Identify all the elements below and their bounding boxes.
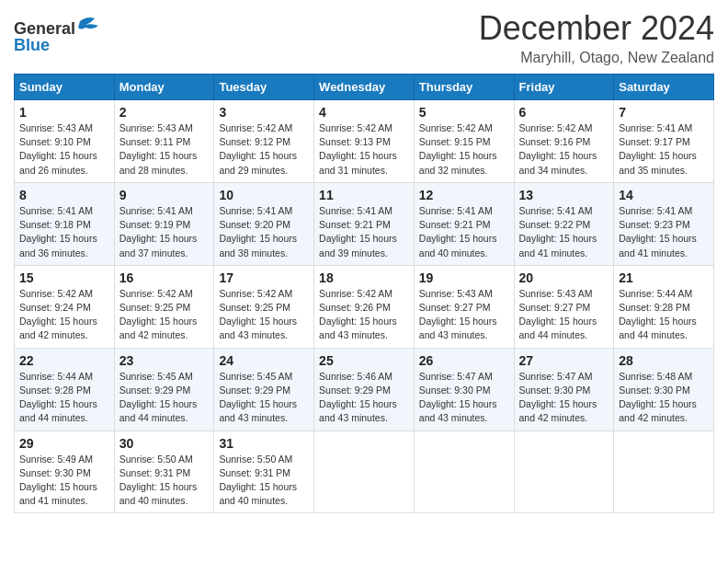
table-row: [514, 431, 614, 513]
table-row: 19Sunrise: 5:43 AMSunset: 9:27 PMDayligh…: [414, 265, 514, 348]
table-row: 23Sunrise: 5:45 AMSunset: 9:29 PMDayligh…: [114, 348, 214, 431]
col-tuesday: Tuesday: [214, 75, 314, 100]
month-title: December 2024: [479, 9, 714, 48]
table-row: 24Sunrise: 5:45 AMSunset: 9:29 PMDayligh…: [214, 348, 314, 431]
table-row: 15Sunrise: 5:42 AMSunset: 9:24 PMDayligh…: [15, 265, 115, 348]
table-row: 18Sunrise: 5:42 AMSunset: 9:26 PMDayligh…: [314, 265, 415, 348]
svg-text:General: General: [14, 19, 75, 38]
table-row: 7Sunrise: 5:41 AMSunset: 9:17 PMDaylight…: [614, 100, 714, 183]
location: Maryhill, Otago, New Zealand: [479, 50, 714, 66]
page-header: General Blue December 2024 Maryhill, Ota…: [14, 9, 714, 66]
table-row: 27Sunrise: 5:47 AMSunset: 9:30 PMDayligh…: [514, 348, 614, 431]
col-wednesday: Wednesday: [314, 75, 415, 100]
table-row: 1Sunrise: 5:43 AMSunset: 9:10 PMDaylight…: [15, 100, 115, 183]
calendar-table: Sunday Monday Tuesday Wednesday Thursday…: [14, 74, 714, 513]
table-row: [414, 431, 514, 513]
calendar-header-row: Sunday Monday Tuesday Wednesday Thursday…: [15, 75, 714, 100]
logo-svg: General Blue: [14, 14, 106, 60]
table-row: 11Sunrise: 5:41 AMSunset: 9:21 PMDayligh…: [314, 182, 415, 265]
table-row: 6Sunrise: 5:42 AMSunset: 9:16 PMDaylight…: [514, 100, 614, 183]
table-row: 17Sunrise: 5:42 AMSunset: 9:25 PMDayligh…: [214, 265, 314, 348]
table-row: 12Sunrise: 5:41 AMSunset: 9:21 PMDayligh…: [414, 182, 514, 265]
table-row: 20Sunrise: 5:43 AMSunset: 9:27 PMDayligh…: [514, 265, 614, 348]
table-row: 22Sunrise: 5:44 AMSunset: 9:28 PMDayligh…: [15, 348, 115, 431]
table-row: 13Sunrise: 5:41 AMSunset: 9:22 PMDayligh…: [514, 182, 614, 265]
table-row: 8Sunrise: 5:41 AMSunset: 9:18 PMDaylight…: [15, 182, 115, 265]
col-friday: Friday: [514, 75, 614, 100]
col-sunday: Sunday: [15, 75, 115, 100]
table-row: 4Sunrise: 5:42 AMSunset: 9:13 PMDaylight…: [314, 100, 415, 183]
table-row: 14Sunrise: 5:41 AMSunset: 9:23 PMDayligh…: [614, 182, 714, 265]
table-row: 29Sunrise: 5:49 AMSunset: 9:30 PMDayligh…: [15, 431, 115, 513]
table-row: 28Sunrise: 5:48 AMSunset: 9:30 PMDayligh…: [614, 348, 714, 431]
table-row: 3Sunrise: 5:42 AMSunset: 9:12 PMDaylight…: [214, 100, 314, 183]
svg-text:Blue: Blue: [14, 36, 50, 54]
title-area: December 2024 Maryhill, Otago, New Zeala…: [479, 9, 714, 66]
table-row: 16Sunrise: 5:42 AMSunset: 9:25 PMDayligh…: [114, 265, 214, 348]
table-row: [614, 431, 714, 513]
col-monday: Monday: [114, 75, 214, 100]
table-row: 10Sunrise: 5:41 AMSunset: 9:20 PMDayligh…: [214, 182, 314, 265]
table-row: 21Sunrise: 5:44 AMSunset: 9:28 PMDayligh…: [614, 265, 714, 348]
table-row: 2Sunrise: 5:43 AMSunset: 9:11 PMDaylight…: [114, 100, 214, 183]
table-row: 31Sunrise: 5:50 AMSunset: 9:31 PMDayligh…: [214, 431, 314, 513]
table-row: 30Sunrise: 5:50 AMSunset: 9:31 PMDayligh…: [114, 431, 214, 513]
table-row: 9Sunrise: 5:41 AMSunset: 9:19 PMDaylight…: [114, 182, 214, 265]
table-row: 5Sunrise: 5:42 AMSunset: 9:15 PMDaylight…: [414, 100, 514, 183]
table-row: 25Sunrise: 5:46 AMSunset: 9:29 PMDayligh…: [314, 348, 415, 431]
logo: General Blue: [14, 9, 106, 60]
col-thursday: Thursday: [414, 75, 514, 100]
table-row: 26Sunrise: 5:47 AMSunset: 9:30 PMDayligh…: [414, 348, 514, 431]
col-saturday: Saturday: [614, 75, 714, 100]
table-row: [314, 431, 415, 513]
